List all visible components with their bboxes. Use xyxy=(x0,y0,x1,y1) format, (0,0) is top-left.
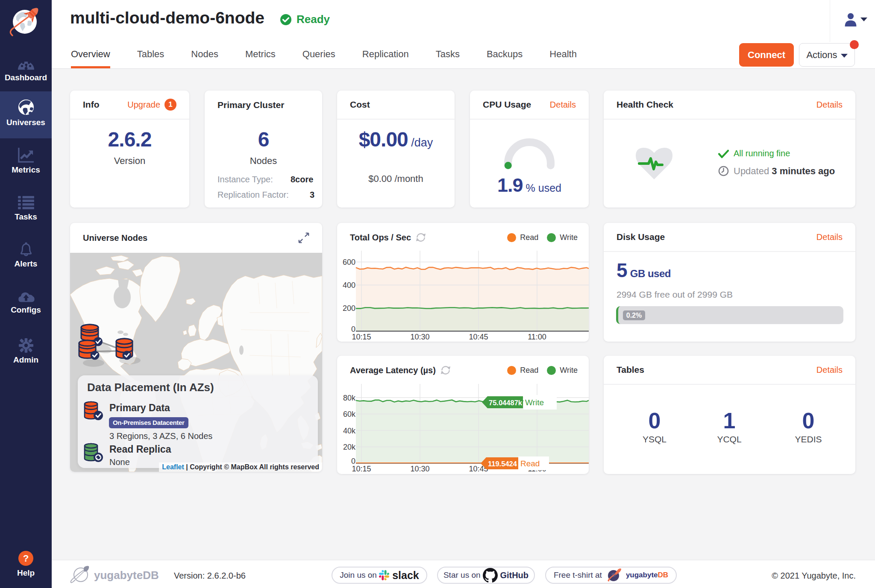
svg-text:11:00: 11:00 xyxy=(528,333,546,341)
svg-text:10:45: 10:45 xyxy=(469,333,488,341)
svg-text:40k: 40k xyxy=(343,427,356,435)
svg-text:10:15: 10:15 xyxy=(352,333,371,341)
svg-text:Write: Write xyxy=(525,398,544,407)
svg-text:400: 400 xyxy=(343,281,355,290)
svg-text:600: 600 xyxy=(343,258,355,266)
svg-text:10:30: 10:30 xyxy=(410,333,429,341)
svg-text:10:15: 10:15 xyxy=(352,465,371,473)
svg-text:20k: 20k xyxy=(343,443,356,451)
svg-text:10:30: 10:30 xyxy=(410,465,429,473)
svg-text:75.04487k: 75.04487k xyxy=(489,399,523,407)
svg-text:119.5424: 119.5424 xyxy=(488,460,517,468)
svg-text:60k: 60k xyxy=(343,410,356,418)
svg-text:80k: 80k xyxy=(343,394,356,402)
svg-text:200: 200 xyxy=(343,304,355,313)
svg-text:0: 0 xyxy=(351,325,355,333)
svg-text:0: 0 xyxy=(351,457,355,465)
svg-text:?: ? xyxy=(23,553,29,564)
svg-text:Read: Read xyxy=(520,459,540,468)
